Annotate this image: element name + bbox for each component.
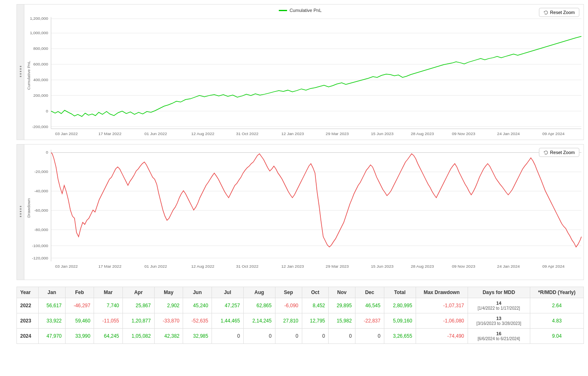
col-feb: Feb xyxy=(65,287,94,298)
cell-month-6: 0 xyxy=(212,329,243,344)
svg-text:-100,000: -100,000 xyxy=(32,243,48,248)
svg-text:28 Aug 2023: 28 Aug 2023 xyxy=(411,264,434,269)
chart1-svg: 1,200,000 1,000,000 800,000 600,000 400,… xyxy=(24,14,583,141)
cell-month-5: 45,240 xyxy=(183,298,212,313)
cell-month-9: 12,795 xyxy=(302,313,329,329)
cell-month-11: -22,837 xyxy=(355,313,384,329)
reset-zoom-btn-1[interactable]: Reset Zoom xyxy=(539,8,579,17)
cell-month-4: -33,870 xyxy=(154,313,183,329)
svg-text:12 Aug 2022: 12 Aug 2022 xyxy=(191,131,214,136)
svg-text:31 Oct 2022: 31 Oct 2022 xyxy=(236,131,259,136)
col-jul: Jul xyxy=(212,287,243,298)
cell-max-drawdown: -1,06,080 xyxy=(416,313,468,329)
left-handle-1 xyxy=(17,5,24,140)
cell-total: 5,09,160 xyxy=(384,313,416,329)
cell-month-0: 56,617 xyxy=(38,298,65,313)
cell-days-mdd: 13[3/16/2023 to 3/28/2023] xyxy=(468,313,530,329)
svg-text:17 Mar 2022: 17 Mar 2022 xyxy=(98,131,121,136)
cell-month-11: 0 xyxy=(355,329,384,344)
page-container: Reset Zoom Cumulative PnL 1,200,000 1,00… xyxy=(0,0,588,348)
svg-text:200,000: 200,000 xyxy=(33,93,48,98)
cell-month-3: 1,05,082 xyxy=(122,329,154,344)
svg-text:09 Apr 2024: 09 Apr 2024 xyxy=(542,131,564,136)
cell-month-10: 15,982 xyxy=(329,313,355,329)
table-header-row: Year Jan Feb Mar Apr May Jun Jul Aug Sep… xyxy=(17,287,584,298)
svg-text:12 Aug 2022: 12 Aug 2022 xyxy=(191,264,214,269)
svg-text:1,200,000: 1,200,000 xyxy=(30,16,48,21)
cell-rmdd: 9.04 xyxy=(530,329,583,344)
svg-text:12 Jan 2023: 12 Jan 2023 xyxy=(281,131,304,136)
col-dec: Dec xyxy=(355,287,384,298)
cell-month-10: 29,895 xyxy=(329,298,355,313)
col-may: May xyxy=(154,287,183,298)
cell-max-drawdown: -1,07,317 xyxy=(416,298,468,313)
drawdown-chart: Reset Zoom 0 -20,000 -40,000 -60,000 -80… xyxy=(16,144,584,280)
cell-month-1: -46,297 xyxy=(65,298,94,313)
col-jan: Jan xyxy=(38,287,65,298)
svg-text:-40,000: -40,000 xyxy=(34,189,48,193)
cell-year: 2024 xyxy=(17,329,39,344)
col-jun: Jun xyxy=(183,287,212,298)
svg-text:15 Jun 2023: 15 Jun 2023 xyxy=(371,264,394,269)
svg-text:0: 0 xyxy=(46,150,48,154)
chart2-svg: 0 -20,000 -40,000 -60,000 -80,000 -100,0… xyxy=(24,146,583,274)
cumulative-pnl-chart: Reset Zoom Cumulative PnL 1,200,000 1,00… xyxy=(16,4,584,140)
cell-rmdd: 2.64 xyxy=(530,298,583,313)
svg-text:Cumulative PnL: Cumulative PnL xyxy=(26,61,31,90)
svg-text:24 Jan 2024: 24 Jan 2024 xyxy=(497,131,520,136)
cell-month-0: 47,970 xyxy=(38,329,65,344)
svg-text:09 Nov 2023: 09 Nov 2023 xyxy=(452,264,475,269)
cell-year: 2023 xyxy=(17,313,39,329)
table-row: 202333,92259,460-11,0551,20,877-33,870-5… xyxy=(17,313,584,329)
svg-text:-120,000: -120,000 xyxy=(32,256,48,260)
col-apr: Apr xyxy=(122,287,154,298)
stats-table: Year Jan Feb Mar Apr May Jun Jul Aug Sep… xyxy=(16,287,584,344)
svg-text:24 Jan 2024: 24 Jan 2024 xyxy=(497,264,520,269)
cell-month-4: 42,382 xyxy=(154,329,183,344)
left-handle-2 xyxy=(17,145,24,280)
cell-month-8: -6,090 xyxy=(275,298,302,313)
cell-month-7: 62,865 xyxy=(243,298,275,313)
cell-month-0: 33,922 xyxy=(38,313,65,329)
cell-month-11: 46,545 xyxy=(355,298,384,313)
cell-month-4: 2,902 xyxy=(154,298,183,313)
svg-text:Drawdown: Drawdown xyxy=(26,198,31,217)
cell-month-2: -11,055 xyxy=(94,313,123,329)
cell-month-1: 33,990 xyxy=(65,329,94,344)
reset-zoom-btn-2[interactable]: Reset Zoom xyxy=(539,148,579,157)
cell-year: 2022 xyxy=(17,298,39,313)
svg-text:600,000: 600,000 xyxy=(33,62,48,66)
col-aug: Aug xyxy=(243,287,275,298)
svg-text:01 Jun 2022: 01 Jun 2022 xyxy=(144,264,167,269)
cell-month-9: 8,452 xyxy=(302,298,329,313)
col-rmdd: *R/MDD (Yearly) xyxy=(530,287,583,298)
col-oct: Oct xyxy=(302,287,329,298)
table-row: 202447,97033,99064,2451,05,08242,38232,9… xyxy=(17,329,584,344)
cell-month-9: 0 xyxy=(302,329,329,344)
cell-max-drawdown: -74,490 xyxy=(416,329,468,344)
reset-zoom-icon-2 xyxy=(543,150,548,155)
svg-text:1,000,000: 1,000,000 xyxy=(30,30,48,35)
svg-text:-20,000: -20,000 xyxy=(34,169,48,174)
stats-table-container: Year Jan Feb Mar Apr May Jun Jul Aug Sep… xyxy=(16,284,584,344)
svg-text:400,000: 400,000 xyxy=(33,77,48,82)
svg-text:31 Oct 2022: 31 Oct 2022 xyxy=(236,264,259,269)
col-mar: Mar xyxy=(94,287,123,298)
svg-text:29 Mar 2023: 29 Mar 2023 xyxy=(326,264,349,269)
col-total: Total xyxy=(384,287,416,298)
svg-text:09 Apr 2024: 09 Apr 2024 xyxy=(542,264,564,269)
cell-total: 3,26,655 xyxy=(384,329,416,344)
cell-month-1: 59,460 xyxy=(65,313,94,329)
svg-text:-200,000: -200,000 xyxy=(32,124,48,129)
svg-text:0: 0 xyxy=(46,109,48,113)
svg-text:15 Jun 2023: 15 Jun 2023 xyxy=(371,131,394,136)
svg-text:29 Mar 2023: 29 Mar 2023 xyxy=(326,131,349,136)
table-body: 202256,617-46,2977,74025,8672,90245,2404… xyxy=(17,298,584,344)
svg-text:28 Aug 2023: 28 Aug 2023 xyxy=(411,131,434,136)
cell-month-7: 0 xyxy=(243,329,275,344)
col-days-mdd: Days for MDD xyxy=(468,287,530,298)
cell-month-3: 25,867 xyxy=(122,298,154,313)
svg-text:03 Jan 2022: 03 Jan 2022 xyxy=(55,264,78,269)
cell-month-5: -52,635 xyxy=(183,313,212,329)
cell-month-3: 1,20,877 xyxy=(122,313,154,329)
